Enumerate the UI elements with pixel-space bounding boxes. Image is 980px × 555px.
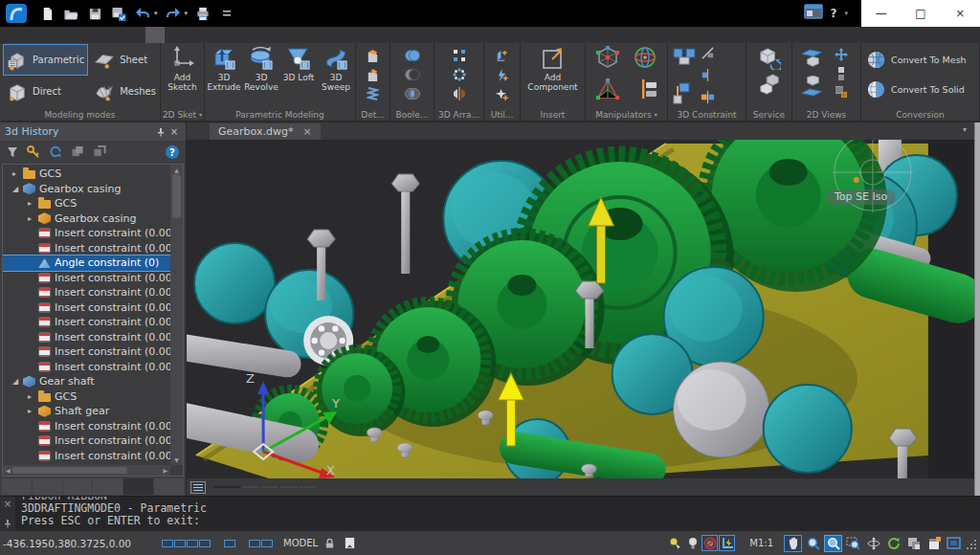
lock-icon[interactable] [322,535,338,551]
tree-expand-arrow-icon[interactable] [12,185,23,193]
maximize-button[interactable]: □ [906,7,935,20]
window-right-border[interactable] [974,122,980,496]
boolean-intersect-icon[interactable] [404,85,421,102]
layout-tab[interactable] [300,486,317,488]
status-toggle[interactable] [249,540,260,547]
ribbon-tab[interactable] [209,27,228,43]
tree-expand-arrow-icon[interactable] [12,377,23,386]
bolt-plus-icon[interactable] [494,66,511,83]
tree-item[interactable]: Insert constraint (0.0000) [3,449,170,464]
revolve-button[interactable]: 3D Revolve [243,43,279,93]
tree-expand-arrow-icon[interactable] [28,392,38,401]
scale-manipulator-icon[interactable] [595,77,620,105]
space-label[interactable]: MODEL [283,538,318,548]
tree-item[interactable]: Insert constraint (0.0000) [3,300,170,316]
qat-options-icon[interactable] [218,5,235,22]
light-icon[interactable] [684,535,701,551]
tree-item[interactable]: Insert constraint (0.0000) [3,315,170,330]
sidebar-tab[interactable] [93,478,122,495]
paper-icon[interactable] [342,535,358,551]
tree-item[interactable]: GCS [3,196,170,211]
free-orbit-icon[interactable] [884,535,902,552]
pan-icon[interactable] [784,535,802,552]
ribbon-tab[interactable] [272,27,291,43]
tree-expand-arrow-icon[interactable] [28,214,38,223]
resize-grip[interactable] [968,537,977,550]
status-toggle[interactable] [137,540,148,547]
ribbon-tab[interactable] [82,27,101,43]
layout-menu-icon[interactable] [190,481,206,494]
angle-constraint-icon[interactable] [701,90,715,108]
meshes-mode-button[interactable]: Meshes [90,76,160,107]
offset-manipulator-icon[interactable] [633,77,657,105]
new-file-icon[interactable] [38,5,56,22]
ribbon-tab[interactable] [314,27,333,43]
mirror-3d-icon[interactable] [451,85,468,102]
zoom-window-icon[interactable] [844,535,862,552]
spring-icon[interactable] [365,85,382,102]
print-icon[interactable] [194,5,212,22]
viewports-icon[interactable] [904,535,923,552]
orbit-icon[interactable] [864,535,882,552]
undo-icon[interactable] [134,5,151,22]
boolean-subtract-icon[interactable] [404,66,421,83]
tree-item[interactable]: Insert constraint (0.0000) [3,330,170,345]
annotation-scale[interactable]: M1:1 [749,538,773,548]
close-panel-icon[interactable]: × [167,125,181,139]
zoom-icon[interactable] [804,535,822,552]
command-pin-icon[interactable] [4,514,11,532]
tree-item[interactable]: Insert constraint (0.0000) [3,344,170,360]
tree-item[interactable]: Gearbox casing [3,211,170,227]
tree-item[interactable]: Insert constraint (0.0000) [3,285,170,300]
help-button[interactable]: ? [831,7,837,20]
tree-expand-arrow-icon[interactable] [28,199,38,208]
rect-array-icon[interactable] [451,47,468,64]
tree-item[interactable]: Insert constraint (0.0000) [3,226,170,241]
history-help-icon[interactable]: ? [166,145,179,159]
dynamic-ucs-icon[interactable] [719,535,735,551]
view-from-solid-icon[interactable] [800,47,825,74]
key-icon[interactable] [27,144,40,162]
tree-item[interactable]: GCS [3,389,170,405]
fullscreen-icon[interactable] [945,535,963,552]
status-toggle[interactable] [212,540,223,547]
section-view-icon[interactable] [835,66,847,84]
tree-item[interactable]: Insert constraint (0.0000) [3,419,170,434]
detail-part-icon[interactable] [365,47,382,64]
status-toggle[interactable] [187,540,198,547]
panel-label[interactable]: Manipulators▾ [586,108,667,121]
sidebar-tab[interactable] [154,478,184,495]
light-select-icon[interactable] [667,535,683,551]
ribbon-tab[interactable] [167,27,186,43]
tree-item[interactable]: Gearbox casing [3,182,170,197]
sidebar-tab[interactable] [123,478,153,495]
tangent-constraint-icon[interactable] [701,46,715,64]
named-views-icon[interactable] [924,535,943,552]
redo-dropdown-icon[interactable]: ▾ [185,10,189,17]
filter-icon[interactable] [7,144,18,162]
sweep-button[interactable]: 3D Sweep [318,43,354,93]
status-toggle[interactable] [236,540,248,547]
open-file-icon[interactable] [62,5,79,22]
layout-tab[interactable] [280,486,298,488]
app-logo-icon[interactable] [0,0,33,27]
status-toggle[interactable] [199,540,211,547]
tree-item[interactable]: Shaft gear [3,404,170,419]
ribbon-tab[interactable] [188,27,207,43]
insert-constraint-icon[interactable] [701,68,715,86]
status-toggle[interactable] [261,540,273,547]
status-toggle[interactable] [162,540,173,547]
tree-item[interactable]: Insert constraint (0.0000) [3,433,170,449]
tree-expand-arrow-icon[interactable] [28,407,38,415]
layout-tab[interactable] [242,486,259,488]
update-views-icon[interactable] [835,47,848,65]
layout-tab[interactable] [261,486,278,488]
model-explode-icon[interactable] [758,74,781,100]
mate-constraint-icon[interactable] [672,46,697,75]
model-viewport[interactable]: Top SE Iso Z Y X [187,140,974,478]
add-component-button[interactable]: Add Component [523,43,584,93]
refresh-icon[interactable] [49,144,62,162]
ribbon-tab[interactable] [293,27,312,43]
solid-from-view-icon[interactable] [800,76,825,102]
layout-tab[interactable] [213,486,240,488]
